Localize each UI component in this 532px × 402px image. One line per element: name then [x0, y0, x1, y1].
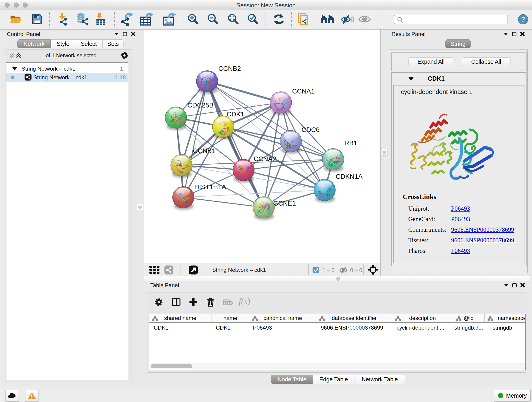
float-panel-icon[interactable]: [123, 32, 127, 36]
collection-label: String Network – cdk1: [22, 65, 75, 72]
gene-details: cyclin-dependent kinase 1: [393, 85, 525, 263]
export-network-icon[interactable]: [120, 13, 133, 27]
panel-menu-icon[interactable]: [503, 283, 509, 287]
horizontal-splitter[interactable]: [144, 276, 530, 281]
panel-buttons: [114, 32, 136, 36]
hide-selected-icon[interactable]: [341, 13, 354, 26]
collapse-all-button[interactable]: Collapse All: [462, 57, 510, 66]
float-panel-icon[interactable]: [512, 32, 517, 36]
tab-edge-table[interactable]: Edge Table: [313, 375, 354, 384]
cloud-button[interactable]: [6, 390, 19, 402]
network-row-selected[interactable]: String Network – cdk1 11 48: [6, 73, 128, 82]
cell--id[interactable]: stringdb:9...: [454, 325, 484, 331]
expand-all-button[interactable]: Expand All: [409, 57, 453, 66]
column-header-namespace[interactable]: namespace: [485, 314, 526, 322]
cell-name[interactable]: CDK1: [216, 325, 248, 331]
table-options-gear-icon[interactable]: [155, 298, 163, 306]
panel-menu-icon[interactable]: [114, 32, 119, 36]
table-horizontal-scrollbar[interactable]: [150, 363, 525, 369]
cell-canonical-name[interactable]: P06493: [253, 325, 316, 331]
uniprot-link[interactable]: P06493: [451, 205, 470, 212]
horizontal-splitter-handle[interactable]: [336, 277, 340, 281]
clone-network-icon[interactable]: [298, 13, 310, 27]
tab-label: Sets: [107, 41, 119, 47]
selected-checkbox-icon[interactable]: [312, 267, 319, 274]
column-header--id[interactable]: @id: [453, 314, 485, 322]
first-neighbors-icon[interactable]: [320, 13, 335, 26]
scrollbar-thumb[interactable]: [151, 364, 192, 368]
network-collection-row[interactable]: String Network – cdk1 1: [6, 64, 128, 73]
crosslink-row: Pharos: P06493: [403, 247, 514, 254]
tab-label: Select: [81, 41, 97, 47]
center-view-crosshair-icon[interactable]: [368, 265, 378, 274]
memory-button[interactable]: Memory: [494, 390, 531, 402]
zoom-fit-icon[interactable]: [227, 13, 239, 26]
column-header-name[interactable]: name: [211, 314, 249, 322]
cell-namespace[interactable]: stringdb: [493, 325, 526, 331]
import-table-file-icon[interactable]: [95, 13, 107, 27]
network-node-HIST1H1A[interactable]: HIST1H1A: [172, 183, 226, 214]
export-image-icon[interactable]: [163, 13, 176, 27]
column-header-canonical-name[interactable]: canonical name: [249, 314, 317, 322]
close-panel-icon[interactable]: [131, 32, 136, 36]
tab-network[interactable]: Network: [17, 39, 51, 48]
save-session-icon[interactable]: [31, 13, 43, 26]
network-share-icon[interactable]: [164, 265, 173, 274]
open-in-new-window-icon[interactable]: [189, 265, 198, 274]
crosslink-row: Tissues: 9606.ENSP00000378699: [403, 237, 514, 244]
warnings-button[interactable]: [25, 390, 38, 402]
compartments-link[interactable]: 9606.ENSP00000378699: [451, 226, 514, 233]
close-panel-icon[interactable]: [520, 32, 525, 36]
tab-network-table[interactable]: Network Table: [354, 375, 405, 384]
crosslink-row: Uniprot: P06493: [403, 205, 514, 212]
pharos-link[interactable]: P06493: [451, 247, 470, 254]
panel-menu-icon[interactable]: [503, 32, 509, 36]
show-all-icon[interactable]: [358, 14, 371, 25]
zoom-out-icon[interactable]: [207, 13, 219, 26]
zoom-selected-icon[interactable]: [247, 13, 259, 26]
network-node-RB1[interactable]: RB1: [322, 139, 357, 172]
main-toolbar: ?: [0, 10, 532, 30]
column-header-database-identifier[interactable]: database identifier: [317, 314, 392, 322]
cell-database-identifier[interactable]: 9606.ENSP00000378699: [321, 325, 391, 331]
float-panel-icon[interactable]: [512, 283, 517, 288]
tissues-link[interactable]: 9606.ENSP00000378699: [451, 237, 514, 244]
tab-sets[interactable]: Sets: [103, 39, 123, 48]
export-table-icon[interactable]: [140, 13, 153, 27]
tab-string[interactable]: String: [445, 39, 471, 48]
network-canvas[interactable]: CCNB2CCNA1CDC25BCDK1CDC6RB1CCNB1CCNA2CDK…: [144, 30, 380, 263]
search-input[interactable]: [404, 16, 505, 23]
tab-select[interactable]: Select: [75, 39, 103, 48]
selected-counts: 1 – 0: [322, 267, 335, 274]
protein-structure-image: [405, 111, 497, 187]
birdseye-grid-icon[interactable]: [149, 266, 160, 274]
network-status-dot: [11, 76, 14, 79]
string-results-container: Expand All Collapse All CDK1 cyclin-depe…: [390, 50, 528, 273]
column-header-description[interactable]: description: [392, 314, 453, 322]
cell-shared-name[interactable]: CDK1: [154, 325, 210, 331]
refresh-layout-icon[interactable]: [273, 13, 285, 26]
collection-disclosure-icon[interactable]: [12, 67, 17, 71]
tab-node-table[interactable]: Node Table: [271, 375, 313, 384]
network-node-CCNB1[interactable]: CCNB1: [171, 147, 215, 178]
control-panel: Control Panel Network Style Select Sets: [2, 30, 135, 383]
network-options-gear-icon[interactable]: [121, 52, 128, 59]
add-column-icon[interactable]: [189, 298, 198, 306]
network-node-CDKN1A[interactable]: CDKN1A: [313, 173, 363, 204]
column-header-shared-name[interactable]: shared name: [149, 314, 211, 322]
import-network-file-icon[interactable]: [56, 13, 69, 27]
tab-style[interactable]: Style: [51, 39, 75, 48]
genecard-link[interactable]: P06493: [451, 216, 470, 223]
left-splitter-handle[interactable]: [137, 204, 143, 211]
open-file-icon[interactable]: [9, 13, 22, 26]
right-splitter-handle[interactable]: [381, 149, 388, 156]
delete-column-trash-icon[interactable]: [207, 298, 215, 307]
close-panel-icon[interactable]: [520, 283, 525, 288]
split-table-icon[interactable]: [172, 298, 181, 306]
cell-description[interactable]: cyclin-dependent ...: [397, 325, 452, 331]
import-network-database-icon[interactable]: [75, 13, 89, 27]
gene-section-header[interactable]: CDK1: [392, 73, 526, 85]
network-node-CCNE1[interactable]: CCNE1: [249, 197, 296, 220]
zoom-in-icon[interactable]: [187, 13, 199, 26]
help-icon[interactable]: ?: [518, 14, 528, 26]
